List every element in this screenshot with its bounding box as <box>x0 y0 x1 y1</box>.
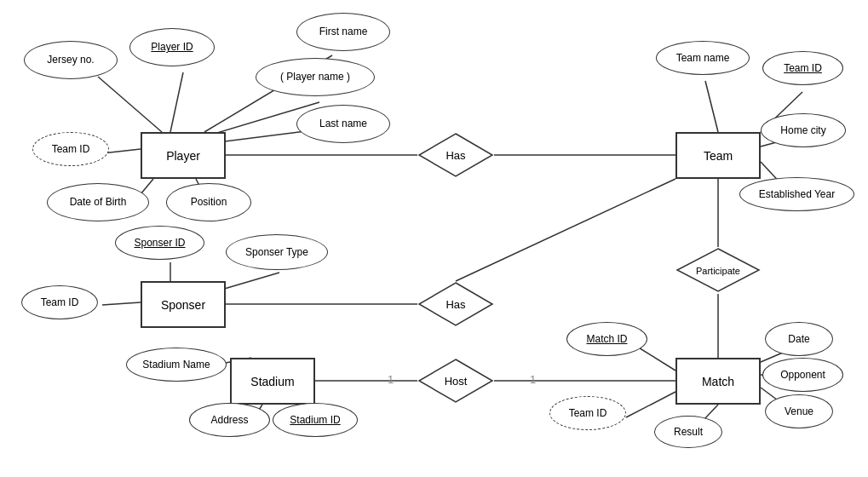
attr-sponser-type: Sponser Type <box>226 234 328 270</box>
relationship-participate: Participate <box>675 247 761 294</box>
attr-first-name: First name <box>296 13 390 51</box>
attr-sponser-id: Sponser ID <box>115 226 204 260</box>
entity-sponser: Sponser <box>141 281 226 328</box>
svg-line-15 <box>221 273 279 290</box>
attr-jersey-no: Jersey no. <box>24 41 118 79</box>
attr-team-id-sponser: Team ID <box>21 285 98 319</box>
er-diagram: Player Team Sponser Stadium Match Has Ha… <box>0 0 868 477</box>
attr-team-id-team: Team ID <box>762 51 843 85</box>
attr-last-name: Last name <box>296 105 390 143</box>
attr-venue: Venue <box>765 394 833 428</box>
svg-line-2 <box>705 81 718 132</box>
svg-line-7 <box>170 72 183 132</box>
attr-address: Address <box>189 403 270 437</box>
relationship-has1: Has <box>417 132 494 179</box>
attr-team-id-player: Team ID <box>32 132 109 166</box>
entity-stadium: Stadium <box>230 358 315 405</box>
svg-line-6 <box>98 77 162 132</box>
attr-position: Position <box>166 183 251 221</box>
attr-match-id: Match ID <box>566 322 647 356</box>
attr-team-name: Team name <box>656 41 750 75</box>
attr-result: Result <box>654 416 722 448</box>
svg-line-16 <box>102 302 141 305</box>
relationship-has2: Has <box>417 281 494 328</box>
attr-opponent: Opponent <box>762 358 843 392</box>
cardinality-one-left: 1 <box>388 373 394 386</box>
relationship-host: Host <box>417 358 494 405</box>
attr-player-name: ( Player name ) <box>256 58 375 96</box>
entity-team: Team <box>675 132 761 179</box>
svg-line-18 <box>456 179 675 281</box>
attr-stadium-id: Stadium ID <box>273 403 358 437</box>
attr-home-city: Home city <box>761 113 846 147</box>
cardinality-one-right: 1 <box>530 373 536 386</box>
entity-player: Player <box>141 132 226 179</box>
attr-dob: Date of Birth <box>47 183 149 221</box>
attr-stadium-name: Stadium Name <box>126 348 227 382</box>
attr-player-id: Player ID <box>129 28 215 66</box>
attr-established-year: Established Year <box>739 177 854 211</box>
attr-team-id-match: Team ID <box>549 396 626 430</box>
entity-match: Match <box>675 358 761 405</box>
svg-line-25 <box>626 392 675 417</box>
attr-date: Date <box>765 322 833 356</box>
